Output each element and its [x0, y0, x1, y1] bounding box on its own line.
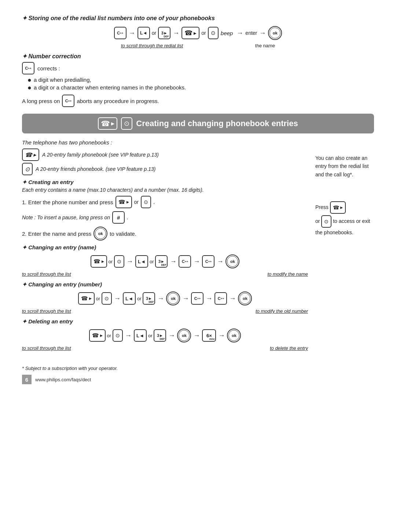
l-back-key: L◄: [138, 27, 150, 39]
creating-entry-head: ✦ Creating an entry: [22, 179, 308, 186]
step2-validate: to validate.: [110, 231, 136, 237]
deleting-flow: ☎ ▶ or ⊙ → L◄ or 3► DEF →: [22, 326, 308, 351]
side-handset: ☎ ▶: [330, 201, 346, 214]
changing-number-flow: ☎ ▶ or ⊙ → L◄ or 3► DEF →: [22, 289, 308, 314]
scroll-list-label-2: to scroll through the list: [22, 308, 71, 314]
banner-friends-key: ⊙: [121, 117, 132, 130]
each-entry-text: Each entry contains a name (max.10 chara…: [22, 187, 308, 193]
step2-ok: ok: [94, 227, 107, 241]
cnum-friends: ⊙: [102, 292, 112, 305]
del-handset: ☎ ▶: [89, 329, 106, 342]
changing-name-labels: to scroll through the list to modify the…: [22, 271, 308, 277]
arrow4: →: [259, 29, 266, 37]
number-correction-heading: ✦ Number correction: [22, 53, 374, 60]
c-key: C ++: [114, 27, 126, 39]
cnum-ok-1: ok: [166, 291, 180, 305]
c-key-label: C: [117, 31, 120, 35]
c-key-3: C++: [62, 95, 74, 107]
cn-3def: 3► DEF: [155, 255, 168, 268]
step1-line: 1. Enter the phone number and press ☎ ▶ …: [22, 196, 308, 208]
ok-key-1: ok: [268, 26, 282, 40]
page-number-box: 6: [22, 375, 32, 384]
cnum-ok-2: ok: [238, 291, 252, 305]
del-ok-2: ok: [227, 329, 241, 342]
or-label-1: or: [152, 30, 156, 36]
storing-flow-row: C ++ → L◄ or 3► DEF → ☎ ▶: [114, 26, 282, 40]
family-phonebook-text: A 20-entry family phonebook (see VIP fea…: [42, 152, 159, 158]
arrow3: →: [236, 29, 243, 37]
number-correction-section: ✦ Number correction C++ corrects : ● a d…: [22, 53, 374, 91]
long-press-line: A long press on C++ aborts any procedure…: [22, 95, 374, 107]
page-footer: 6 www.philips.com/faqs/dect: [22, 375, 374, 384]
del-l-back: L◄: [134, 329, 147, 342]
main-col: The telephone has two phonebooks : ☎ ▶ A…: [22, 139, 308, 351]
scroll-list-label-3: to scroll through the list: [22, 345, 71, 351]
modify-name-label: to modify the name: [267, 271, 308, 277]
cn-l-back: L◄: [135, 255, 148, 268]
bottom-note: * Subject to a subscription with your op…: [22, 366, 374, 371]
deleting-head: ✦ Deleting an entry: [22, 318, 308, 325]
hash-key: #: [112, 211, 125, 224]
or-label-2: or: [201, 30, 206, 36]
c-key-2: C++: [22, 62, 34, 74]
bullet-2-text: a digit or a character when entering nam…: [34, 84, 186, 91]
family-phonebook-row: ☎ ▶ A 20-entry family phonebook (see VIP…: [22, 148, 308, 161]
page-content: ✦ Storing one of the redial list numbers…: [22, 15, 374, 384]
cnum-c-key1: C++: [191, 292, 203, 305]
bullet-1: ● a digit when predialling,: [27, 77, 374, 83]
changing-name-head: ✦ Changing an entry (name): [22, 244, 308, 251]
changing-number-flow-row: ☎ ▶ or ⊙ → L◄ or 3► DEF →: [78, 291, 252, 305]
side-col: You can also create an entry from the re…: [315, 139, 374, 351]
two-phonebooks-text: The telephone has two phonebooks :: [22, 139, 308, 146]
beep-label: beep: [219, 30, 235, 36]
cnum-c-key2: C++: [214, 292, 227, 305]
creating-banner: ☎ ▶ ⊙ Creating and changing phonebook en…: [22, 114, 374, 133]
main-two-col: The telephone has two phonebooks : ☎ ▶ A…: [22, 139, 374, 351]
storing-heading: ✦ Storing one of the redial list numbers…: [22, 15, 374, 22]
bullet-2: ● a digit or a character when entering n…: [27, 84, 374, 91]
creating-banner-title: Creating and changing phonebook entries: [136, 119, 298, 128]
cn-handset: ☎ ▶: [91, 255, 107, 268]
scroll-redial-label: to scroll through the redial list: [121, 43, 183, 48]
del-friends: ⊙: [113, 329, 123, 342]
scroll-list-label-1: to scroll through the list: [22, 271, 71, 277]
changing-number-labels: to scroll through the list to modify the…: [22, 308, 308, 314]
cn-c-key2: C++: [202, 255, 214, 268]
changing-number-head: ✦ Changing an entry (number): [22, 281, 308, 288]
footer-url: www.philips.com/faqs/dect: [35, 377, 91, 382]
side-press-label: Press: [315, 204, 329, 210]
step1-text: 1. Enter the phone number and press: [22, 199, 113, 205]
cnum-l-back: L◄: [123, 292, 136, 305]
side-note-1: You can also create an entry from the re…: [315, 154, 374, 179]
step2-text: 2. Enter the name and press: [22, 231, 91, 237]
corrects-label: corrects :: [37, 65, 60, 71]
arrow1: →: [129, 29, 135, 37]
changing-name-flow: ☎ ▶ or ⊙ → L◄ or 3► DEF → C++: [22, 252, 308, 277]
side-note-2: Press ☎ ▶ or ⊙ to access or exit the pho…: [315, 201, 374, 236]
note-line: Note : To insert a pause, long press on …: [22, 211, 308, 224]
side-or-label: or: [315, 218, 320, 224]
cn-c-key1: C++: [179, 255, 191, 268]
friends-key-1: ⊙: [208, 27, 219, 39]
enter-name-label: the name: [255, 43, 275, 48]
friends-phonebook-text: A 20-entry friends phonebook. (see VIP f…: [36, 166, 155, 172]
storing-flow: C ++ → L◄ or 3► DEF → ☎ ▶: [22, 24, 374, 48]
enter-label: enter: [245, 30, 257, 36]
del-ok: ok: [177, 329, 191, 342]
friends-key-pb: ⊙: [22, 163, 33, 175]
step2-line: 2. Enter the name and press ok to valida…: [22, 227, 308, 241]
storing-section: ✦ Storing one of the redial list numbers…: [22, 15, 374, 107]
cnum-3def: 3► DEF: [143, 292, 155, 305]
family-handset-key: ☎ ▶: [22, 148, 39, 161]
cnum-handset: ☎ ▶: [78, 292, 95, 305]
page-number: 6: [25, 377, 28, 383]
del-3def: 3► DEF: [154, 329, 166, 342]
deleting-labels: to scroll through the list to delete the…: [22, 345, 308, 351]
def-key: 3► DEF: [158, 27, 170, 39]
arrow2: →: [173, 29, 179, 37]
cn-friends: ⊙: [114, 255, 124, 268]
deleting-flow-row: ☎ ▶ or ⊙ → L◄ or 3► DEF →: [89, 329, 241, 342]
long-press-text: A long press on: [22, 98, 60, 104]
bullet-1-text: a digit when predialling,: [34, 77, 91, 83]
step1-or: or: [134, 199, 139, 205]
